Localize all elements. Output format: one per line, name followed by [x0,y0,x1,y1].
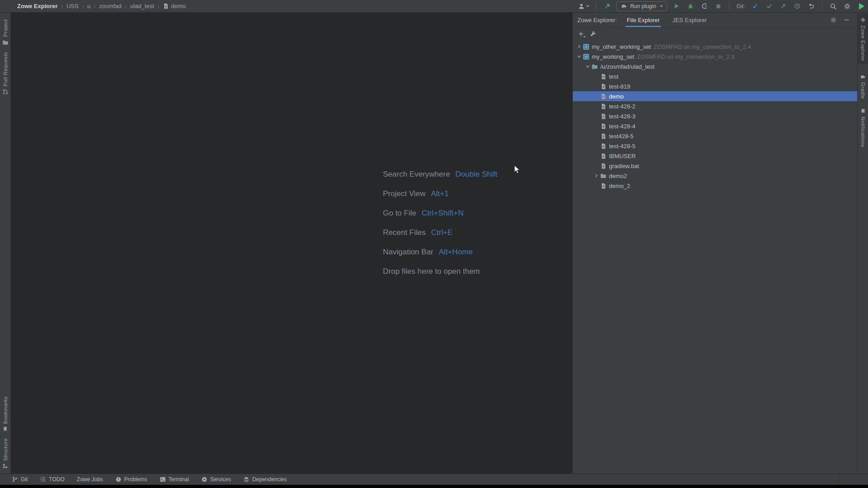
panel-gear-icon[interactable] [830,17,837,23]
add-profile-button[interactable] [578,31,584,37]
settings-wrench-button[interactable] [590,31,596,37]
history-button[interactable] [792,1,802,11]
sidebar-item-structure[interactable]: Structure [0,435,10,474]
statusbar-item-label: Dependencies [252,476,287,483]
stop-button[interactable] [713,1,723,11]
breadcrumb-separator-icon: › [82,2,84,10]
statusbar-item-label: Problems [124,476,147,483]
run-button[interactable] [671,1,681,11]
breadcrumb-item[interactable]: ulad_test [130,3,154,9]
chevron-down-icon[interactable] [576,55,582,58]
tree-row[interactable]: test-819 [573,81,857,91]
build-button[interactable] [602,1,612,11]
tree-node-label[interactable]: test428-5 [609,133,633,140]
search-icon [830,3,837,10]
tree-row[interactable]: gradlew.bat [573,161,857,171]
tree-row[interactable]: test [573,71,857,81]
tree-row[interactable]: /u/zosmfad/ulad_test [573,61,857,71]
toolbar-separator [822,3,822,10]
tree-node-label[interactable]: test-428-4 [609,123,636,130]
statusbar-item-label: Terminal [169,476,189,483]
debug-button[interactable] [685,1,695,11]
breadcrumb-item[interactable]: zosmfad [99,3,122,9]
update-project-icon [752,3,759,9]
sidebar-item-zowe-explorer[interactable]: Z Zowe Explorer [858,14,868,64]
chevron-right-icon[interactable] [576,45,582,48]
settings-button[interactable] [842,1,852,11]
status-bar: GitTODOZowe JobsProblemsTerminalServices… [0,474,868,485]
sidebar-item-bookmarks[interactable]: Bookmarks [0,393,10,435]
shortcut-action-label: Project View [383,189,425,198]
tab-file-explorer[interactable]: File Explorer [627,13,660,27]
breadcrumb-item[interactable]: Zowe Explorer [17,3,58,9]
tree-row[interactable]: test428-5 [573,131,857,141]
zowe-explorer-panel: Zowe Explorer: File Explorer JES Explore… [572,13,857,474]
tree-row[interactable]: test-428-4 [573,121,857,131]
hide-panel-icon[interactable] [844,17,850,23]
tree-node-label[interactable]: IBMUSER [609,153,636,160]
toolbar-actions: Run plugin [577,0,866,12]
tree-node-label[interactable]: my_other_working_set [592,43,651,50]
shortcut-action-label: Go to File [383,209,416,218]
tree-node-label[interactable]: demo_2 [609,183,630,189]
tree-node-label[interactable]: demo [609,93,624,100]
bottom-black-strip [0,485,868,488]
shortcut-keys: Ctrl+Shift+N [422,209,464,218]
profiler-icon [701,3,708,9]
tree-node-detail: ZOSMFAD on my_connection_to_2.3 [637,53,734,60]
sidebar-item-notifications[interactable]: Notifications [858,105,868,150]
tree-row[interactable]: test-428-5 [573,141,857,151]
tree-node-label[interactable]: test-819 [609,83,630,90]
tree-node-label[interactable]: gradlew.bat [609,163,639,169]
tree-row[interactable]: IBMUSER [573,151,857,161]
search-everywhere-button[interactable] [828,1,838,11]
shortcut-hint-row: Project ViewAlt+1 [383,184,497,203]
statusbar-item-todo[interactable]: TODO [40,476,64,483]
tree-row[interactable]: demo_2 [573,181,857,191]
sidebar-item-project[interactable]: Project [0,16,10,49]
statusbar-item-services[interactable]: Services [201,476,231,483]
tree-node-label[interactable]: demo2 [609,173,627,179]
statusbar-item-dependencies[interactable]: Dependencies [243,476,287,483]
tree-row[interactable]: demo2 [573,171,857,181]
statusbar-item-zowe-jobs[interactable]: Zowe Jobs [77,476,103,483]
tree-node-label[interactable]: test [609,73,618,80]
breadcrumb-item[interactable]: u [87,3,90,9]
editor-area[interactable]: Search EverywhereDouble ShiftProject Vie… [11,13,572,474]
tab-jes-explorer[interactable]: JES Explorer [672,13,707,27]
statusbar-item-terminal[interactable]: Terminal [160,476,189,483]
sidebar-item-gradle[interactable]: Gradle [858,70,868,102]
statusbar-item-git[interactable]: Git [12,476,28,483]
user-profile-button[interactable] [577,1,590,11]
tree-row[interactable]: my_working_setZOSMFAD on my_connection_t… [573,52,857,61]
zowe-icon: Z [860,17,866,23]
tree-row[interactable]: demo [573,91,857,101]
tree-row[interactable]: my_other_working_setZOSMFAD on my_connec… [573,42,857,52]
sidebar-item-pull-requests[interactable]: Pull Requests [0,49,10,98]
folder-icon [599,173,607,179]
chevron-down-icon[interactable] [584,65,591,68]
run-configuration-select[interactable]: Run plugin [616,1,667,11]
tree-node-label[interactable]: my_working_set [592,53,634,60]
chevron-right-icon[interactable] [593,174,599,178]
file-icon [599,93,607,100]
tree-node-label[interactable]: test-428-5 [609,143,636,150]
tree-node-label[interactable]: test-428-3 [609,113,636,120]
breadcrumb-item[interactable]: USS [66,3,79,9]
rollback-button[interactable] [806,1,816,11]
hammer-icon [604,3,611,10]
git-commit-button[interactable] [764,1,774,11]
todo-icon [40,476,46,483]
file-icon [599,153,607,160]
tree-row[interactable]: test-428-2 [573,101,857,111]
ide-updates-button[interactable] [856,1,866,11]
tree-row[interactable]: test-428-3 [573,111,857,121]
tree-node-label[interactable]: test-428-2 [609,103,636,110]
git-push-button[interactable] [778,1,788,11]
profiler-button[interactable] [699,1,709,11]
git-update-button[interactable] [750,1,760,11]
tree-node-label[interactable]: /u/zosmfad/ulad_test [600,63,655,70]
statusbar-item-problems[interactable]: Problems [115,476,147,483]
breadcrumb-item[interactable]: demo [163,3,186,9]
dependencies-icon [243,476,250,483]
